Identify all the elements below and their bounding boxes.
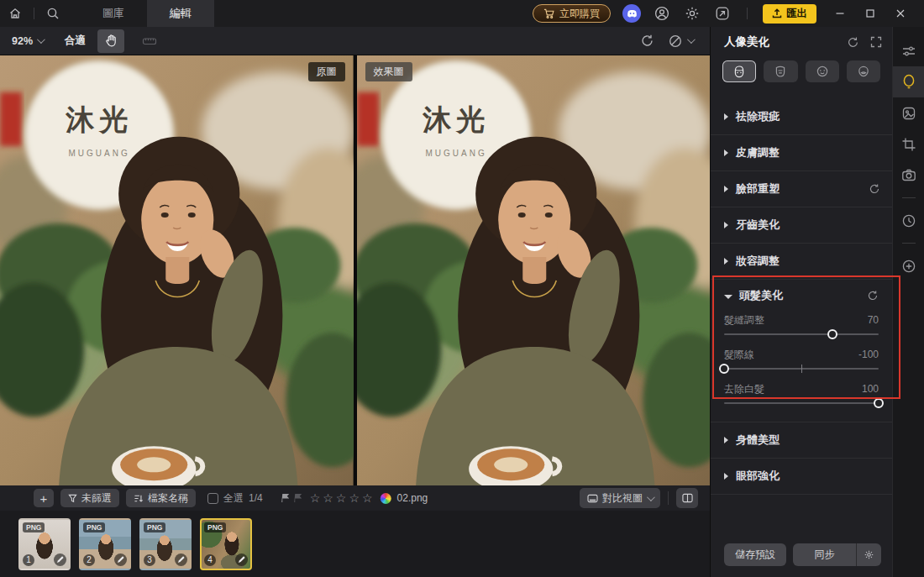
compare-view-dropdown[interactable]: 對比視圖 (580, 488, 660, 508)
rail-history-button[interactable] (893, 205, 924, 236)
filmstrip-thumbnail[interactable]: PNG2 (79, 518, 131, 570)
section-list: 祛除瑕疵皮膚調整臉部重塑牙齒美化妝容調整 (711, 99, 892, 280)
star-icon[interactable]: ☆ (362, 492, 373, 504)
rail-add-button[interactable] (893, 250, 924, 281)
tab-skin[interactable] (764, 60, 797, 82)
filmstrip-thumbnail[interactable]: PNG3 (139, 518, 192, 570)
slider-handle[interactable] (827, 329, 837, 339)
search-button[interactable] (38, 0, 68, 27)
account-button[interactable] (653, 0, 671, 27)
section-row[interactable]: 牙齒美化 (711, 207, 892, 244)
select-all-checkbox[interactable] (207, 493, 218, 504)
compare-view-label: 對比視圖 (602, 491, 643, 506)
hair-reset-button[interactable] (867, 290, 879, 302)
settings-button[interactable] (683, 0, 701, 27)
fit-view-button[interactable]: 合適 (65, 34, 86, 48)
filter-button[interactable]: 未篩選 (60, 489, 119, 507)
hand-tool-button[interactable] (97, 29, 124, 53)
slider-track[interactable] (724, 363, 879, 375)
flag-pick-icon[interactable] (281, 493, 291, 503)
tab-edit[interactable]: 編輯 (147, 0, 214, 27)
section-row[interactable]: 身體美型 (711, 422, 892, 459)
star-icon[interactable]: ☆ (310, 492, 321, 504)
crop-icon (901, 137, 916, 152)
hand-icon (104, 34, 118, 48)
star-icon[interactable]: ☆ (349, 492, 360, 504)
selection-count: 1/4 (249, 492, 263, 504)
rail-adjustments-button[interactable] (893, 35, 924, 66)
zoom-level-dropdown[interactable]: 92% (12, 35, 43, 47)
section-list-after: 身體美型眼部強化 (711, 422, 892, 495)
section-label: 身體美型 (736, 433, 780, 448)
hair-section: 頭髮美化 髮縫調整70髮際線-100去除白髮100 (711, 280, 892, 422)
section-label: 牙齒美化 (736, 218, 780, 233)
section-row[interactable]: 眼部強化 (711, 459, 892, 495)
slider-handle[interactable] (719, 364, 729, 374)
section-row[interactable]: 皮膚調整 (711, 135, 892, 171)
slider-handle[interactable] (874, 398, 884, 408)
format-badge: PNG (23, 522, 45, 532)
section-label: 皮膚調整 (736, 145, 780, 160)
section-row[interactable]: 臉部重塑 (711, 171, 892, 207)
add-photo-button[interactable]: + (34, 489, 54, 507)
original-photo: 沐光 MUGUANG (0, 55, 354, 485)
split-view-button[interactable] (676, 488, 698, 508)
original-image-panel[interactable]: 沐光 MUGUANG (0, 55, 354, 485)
slider-value: 100 (862, 383, 879, 395)
maximize-button[interactable] (865, 8, 875, 18)
minimize-button[interactable] (835, 8, 845, 18)
sync-settings-button[interactable] (856, 543, 881, 566)
funnel-icon (68, 494, 77, 503)
share-button[interactable] (713, 0, 732, 27)
rail-photo-button[interactable] (893, 97, 924, 129)
slider-label: 髮縫調整 (724, 313, 764, 328)
split-view-icon (682, 493, 693, 503)
save-preset-button[interactable]: 儲存預設 (724, 543, 786, 566)
ruler-tool-button[interactable] (136, 29, 163, 53)
section-row[interactable]: 妝容調整 (711, 244, 892, 280)
history-clock-icon (901, 213, 916, 228)
compare-mode-dropdown[interactable] (668, 34, 693, 49)
tab-face[interactable] (806, 60, 839, 82)
section-label: 眼部強化 (736, 469, 780, 484)
hair-section-header[interactable]: 頭髮美化 (724, 280, 879, 312)
format-badge: PNG (83, 522, 105, 532)
close-button[interactable] (895, 8, 906, 18)
rail-crop-button[interactable] (893, 129, 924, 160)
lips-face-icon (857, 65, 870, 78)
rail-portrait-button[interactable] (893, 66, 924, 97)
buy-now-button[interactable]: 立即購買 (533, 4, 611, 23)
edit-pencil-icon (54, 553, 66, 566)
flag-reject-icon[interactable] (294, 493, 303, 503)
triangle-collapsed-icon (724, 186, 728, 192)
slider-track[interactable] (724, 397, 879, 409)
zoom-level-value: 92% (12, 35, 33, 47)
share-arrow-icon (715, 6, 730, 21)
filmstrip-thumbnail[interactable]: PNG1 (18, 518, 71, 570)
section-reset-button[interactable] (869, 183, 880, 195)
filmstrip-thumbnail[interactable]: PNG4 (200, 518, 252, 570)
tab-portrait[interactable] (722, 60, 756, 82)
sync-button[interactable]: 同步 (793, 543, 856, 566)
slider-track[interactable] (724, 328, 879, 340)
star-icon[interactable]: ☆ (323, 492, 333, 504)
titlebar-right: 立即購買 匯出 (533, 0, 924, 27)
color-label-icon[interactable] (381, 493, 391, 504)
format-badge: PNG (204, 522, 226, 532)
tab-gallery-label: 圖庫 (102, 6, 124, 21)
effect-image-panel[interactable]: 效果圖 (357, 55, 711, 485)
sort-button[interactable]: 檔案名稱 (126, 489, 196, 507)
tab-gallery[interactable]: 圖庫 (80, 0, 147, 27)
home-button[interactable] (0, 0, 30, 27)
export-button[interactable]: 匯出 (763, 4, 816, 24)
reset-view-button[interactable] (640, 34, 654, 48)
panel-expand-button[interactable] (870, 36, 882, 48)
discord-button[interactable] (622, 4, 641, 23)
tab-makeup[interactable] (847, 60, 880, 82)
panel-reset-button[interactable] (847, 36, 859, 49)
sign-text: 沐光 (65, 103, 133, 135)
tab-edit-label: 編輯 (170, 6, 192, 21)
rail-camera-button[interactable] (893, 160, 924, 191)
section-row[interactable]: 祛除瑕疵 (711, 99, 892, 135)
star-icon[interactable]: ☆ (336, 492, 347, 504)
